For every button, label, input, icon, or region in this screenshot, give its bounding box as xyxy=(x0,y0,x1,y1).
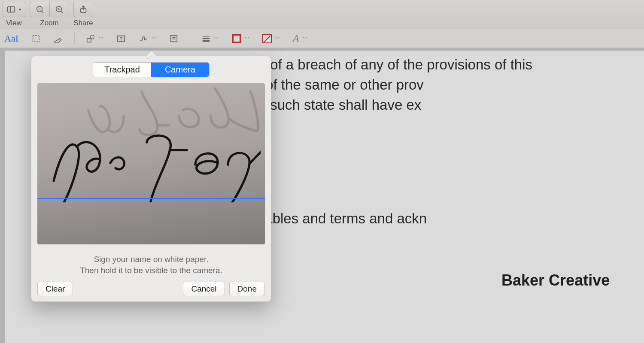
hint-line: Sign your name on white paper. xyxy=(37,254,265,265)
clear-button[interactable]: Clear xyxy=(37,282,73,296)
hint-line: Then hold it to be visible to the camera… xyxy=(37,265,265,276)
signature-popover: Trackpad Camera Sign your name on white … xyxy=(31,56,271,302)
tab-trackpad[interactable]: Trackpad xyxy=(93,63,151,77)
camera-preview xyxy=(37,83,265,244)
captured-signature xyxy=(46,117,261,202)
signature-baseline xyxy=(37,198,265,199)
popover-button-row: Clear Cancel Done xyxy=(37,282,265,296)
done-button[interactable]: Done xyxy=(229,282,265,296)
camera-hint: Sign your name on white paper. Then hold… xyxy=(37,254,265,276)
tab-camera[interactable]: Camera xyxy=(151,63,209,77)
signature-source-segmented: Trackpad Camera xyxy=(93,62,210,77)
cancel-button[interactable]: Cancel xyxy=(183,282,225,296)
